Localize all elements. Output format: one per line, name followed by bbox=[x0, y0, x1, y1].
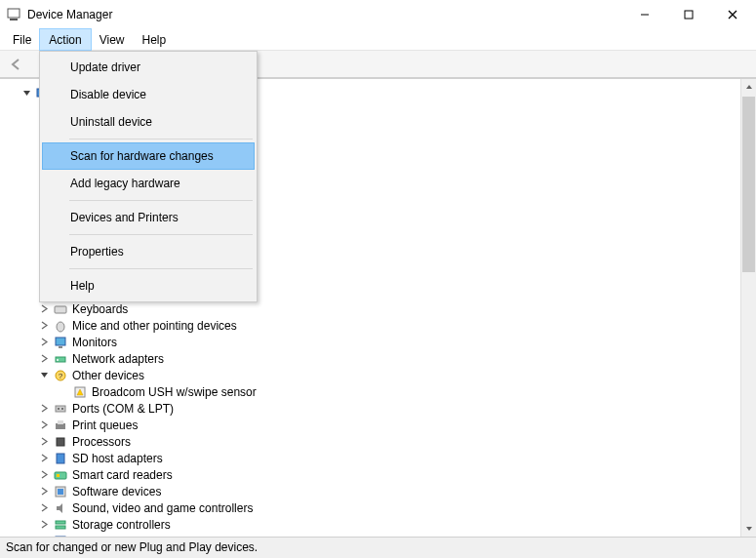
window-title: Device Manager bbox=[27, 8, 112, 21]
monitor-icon bbox=[53, 335, 68, 350]
svg-rect-31 bbox=[56, 526, 65, 529]
warning-icon bbox=[72, 384, 88, 400]
menu-item-update-driver[interactable]: Update driver bbox=[42, 54, 255, 81]
maximize-button[interactable] bbox=[666, 0, 710, 29]
action-dropdown: Update driverDisable deviceUninstall dev… bbox=[39, 51, 258, 302]
svg-point-20 bbox=[58, 408, 60, 410]
expand-icon[interactable] bbox=[37, 336, 51, 349]
tree-node[interactable]: SD host adapters bbox=[2, 450, 740, 466]
tree-node-label: Monitors bbox=[72, 336, 117, 349]
network-icon bbox=[53, 351, 68, 367]
menu-separator bbox=[69, 139, 253, 140]
tree-node-label: Broadcom USH w/swipe sensor bbox=[92, 385, 257, 399]
keyboard-icon bbox=[53, 301, 68, 317]
tree-node-label: Processors bbox=[72, 435, 131, 449]
menu-item-uninstall-device[interactable]: Uninstall device bbox=[42, 108, 255, 136]
smartcard-icon bbox=[53, 467, 68, 483]
menu-item-scan-for-hardware-changes[interactable]: Scan for hardware changes bbox=[42, 142, 255, 170]
tree-node[interactable]: Broadcom USH w/swipe sensor bbox=[2, 383, 740, 400]
expand-icon[interactable] bbox=[37, 319, 51, 333]
other-icon: ? bbox=[53, 368, 68, 383]
menu-action[interactable]: Action bbox=[40, 29, 90, 50]
svg-text:?: ? bbox=[59, 372, 63, 380]
expand-icon[interactable] bbox=[37, 501, 51, 515]
svg-rect-23 bbox=[58, 420, 63, 424]
menu-separator bbox=[69, 268, 253, 269]
statusbar: Scan for changed or new Plug and Play de… bbox=[0, 537, 756, 558]
mouse-icon bbox=[53, 318, 68, 334]
menu-help[interactable]: Help bbox=[134, 29, 176, 50]
ports-icon bbox=[53, 401, 68, 417]
svg-point-11 bbox=[57, 322, 64, 332]
expand-icon[interactable] bbox=[37, 302, 51, 316]
tree-node-label: Network adapters bbox=[72, 352, 164, 366]
menu-separator bbox=[69, 234, 253, 235]
expand-icon[interactable] bbox=[37, 418, 51, 432]
menu-item-disable-device[interactable]: Disable device bbox=[42, 81, 255, 108]
tree-node-label: Keyboards bbox=[72, 302, 128, 316]
scroll-thumb[interactable] bbox=[742, 97, 755, 272]
titlebar: Device Manager bbox=[0, 0, 756, 29]
expand-icon[interactable] bbox=[37, 518, 51, 532]
expand-icon[interactable] bbox=[37, 452, 51, 465]
expand-icon[interactable] bbox=[37, 352, 51, 366]
svg-rect-3 bbox=[685, 11, 693, 19]
scroll-up-button[interactable] bbox=[741, 79, 756, 95]
tree-node[interactable]: Storage controllers bbox=[2, 516, 740, 533]
tree-node-label: Print queues bbox=[72, 418, 138, 432]
tree-node-label: Smart card readers bbox=[72, 468, 173, 482]
printer-icon bbox=[53, 418, 68, 433]
svg-rect-26 bbox=[55, 472, 66, 479]
tree-node[interactable]: Smart card readers bbox=[2, 466, 740, 483]
tree-node[interactable]: Sound, video and game controllers bbox=[2, 499, 740, 516]
expand-icon[interactable] bbox=[37, 485, 51, 498]
vertical-scrollbar[interactable] bbox=[740, 79, 756, 537]
menu-file[interactable]: File bbox=[4, 29, 40, 50]
collapse-icon[interactable] bbox=[37, 369, 51, 382]
tree-node-label: Other devices bbox=[72, 369, 144, 382]
svg-rect-13 bbox=[59, 346, 62, 348]
tree-node-label: Software devices bbox=[72, 485, 161, 498]
expand-icon[interactable] bbox=[37, 402, 51, 416]
menubar: File Action View Help bbox=[0, 29, 756, 51]
menu-view[interactable]: View bbox=[91, 29, 134, 50]
app-icon bbox=[6, 7, 21, 22]
minimize-button[interactable] bbox=[622, 0, 666, 29]
svg-point-21 bbox=[61, 408, 63, 410]
back-button[interactable] bbox=[6, 54, 27, 75]
tree-node[interactable]: ?Other devices bbox=[2, 367, 740, 383]
svg-rect-27 bbox=[57, 474, 60, 477]
window-controls bbox=[622, 0, 754, 29]
close-button[interactable] bbox=[710, 0, 754, 29]
sound-icon bbox=[53, 500, 68, 516]
tree-node[interactable]: Ports (COM & LPT) bbox=[2, 400, 740, 417]
svg-rect-19 bbox=[56, 406, 65, 412]
tree-node-label: Mice and other pointing devices bbox=[72, 319, 237, 333]
svg-rect-12 bbox=[56, 338, 65, 345]
tree-node[interactable]: Print queues bbox=[2, 417, 740, 433]
status-text: Scan for changed or new Plug and Play de… bbox=[6, 540, 258, 554]
svg-rect-24 bbox=[57, 438, 64, 446]
menu-item-add-legacy-hardware[interactable]: Add legacy hardware bbox=[42, 170, 255, 197]
tree-node[interactable]: Mice and other pointing devices bbox=[2, 317, 740, 334]
tree-node[interactable]: Software devices bbox=[2, 483, 740, 499]
collapse-icon[interactable] bbox=[20, 87, 33, 100]
tree-node-label: SD host adapters bbox=[72, 452, 163, 465]
expand-icon[interactable] bbox=[37, 435, 51, 449]
scroll-down-button[interactable] bbox=[741, 521, 756, 537]
tree-node[interactable]: Monitors bbox=[2, 334, 740, 350]
tree-node[interactable]: Network adapters bbox=[2, 350, 740, 367]
expand-icon[interactable] bbox=[37, 468, 51, 482]
menu-item-devices-and-printers[interactable]: Devices and Printers bbox=[42, 204, 255, 231]
svg-point-15 bbox=[57, 359, 59, 361]
tree-node[interactable]: Keyboards bbox=[2, 300, 740, 317]
tree-node-label: Storage controllers bbox=[72, 518, 171, 532]
tree-node[interactable]: Processors bbox=[2, 433, 740, 450]
storage-icon bbox=[53, 517, 68, 533]
menu-item-help[interactable]: Help bbox=[42, 272, 255, 299]
processor-icon bbox=[53, 434, 68, 450]
menu-item-properties[interactable]: Properties bbox=[42, 238, 255, 265]
svg-rect-10 bbox=[55, 306, 66, 313]
menu-separator bbox=[69, 200, 253, 201]
svg-rect-30 bbox=[56, 521, 65, 524]
